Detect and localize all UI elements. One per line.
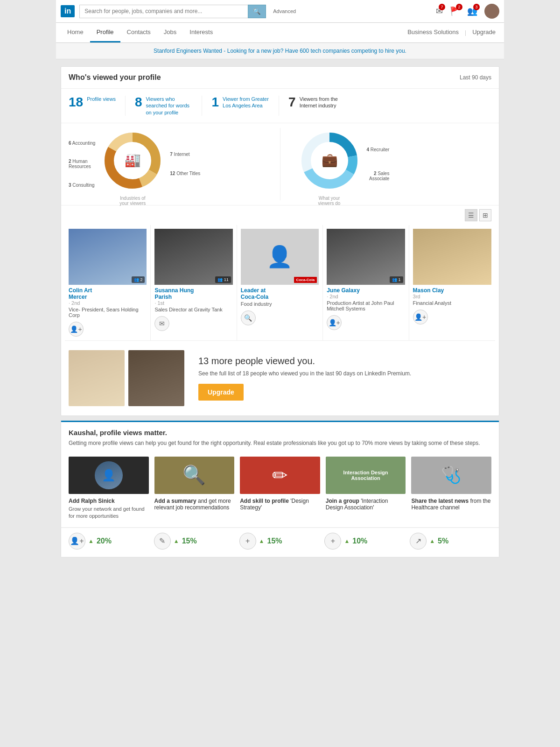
- leader-photo-bg: 👤: [241, 229, 319, 285]
- coca-cola-badge: Coca-Cola: [294, 277, 317, 283]
- stat-number-location: 1: [211, 96, 219, 109]
- footer-item-ralph: 👤+ ▲ 20%: [69, 533, 150, 550]
- jobs-chart: 💼 What yourviewers do 4 Recruiter 2 Sale…: [297, 128, 492, 200]
- jobs-chart-label: What yourviewers do: [297, 196, 362, 206]
- action-join-group: Interaction Design Association Join a gr…: [326, 457, 406, 520]
- colin-name[interactable]: Colin ArtMercer: [69, 287, 147, 300]
- upgrade-button[interactable]: Upgrade: [198, 384, 244, 401]
- industry-donut-container: 🏭 Industries ofyour viewers: [100, 128, 165, 200]
- ralph-avatar: 👤: [95, 461, 123, 489]
- nav-home[interactable]: Home: [61, 23, 90, 42]
- chart-divider: [280, 128, 280, 200]
- action-add-summary: 🔍 Add a summary and get more relevant jo…: [154, 457, 235, 520]
- mason-action: 👤+: [413, 310, 491, 324]
- upgrade-text: 13 more people viewed you. See the full …: [189, 350, 491, 406]
- mason-add-button[interactable]: 👤+: [413, 310, 428, 324]
- nav-jobs[interactable]: Jobs: [157, 23, 183, 42]
- june-photo-bg: 👥 1: [327, 229, 405, 285]
- nav-business-solutions[interactable]: Business Solutions: [404, 23, 462, 42]
- ralph-card-img: 👤: [69, 457, 149, 494]
- label-other: 12 Other Titles: [170, 171, 200, 176]
- card-period: Last 90 days: [460, 74, 491, 81]
- list-view-button[interactable]: ☰: [465, 209, 477, 221]
- june-name[interactable]: June Galaxy: [327, 287, 405, 294]
- june-title: Production Artist at John Paul Mitchell …: [327, 300, 405, 311]
- footer-group-arrow: ▲: [344, 538, 350, 544]
- leader-title: Food industry: [241, 301, 319, 307]
- group-card-img: Interaction Design Association: [326, 457, 406, 494]
- stat-profile-views: 18 Profile views: [69, 96, 126, 116]
- card-title: Who's viewed your profile: [69, 73, 161, 82]
- search-input[interactable]: [79, 5, 248, 18]
- mason-name[interactable]: Mason Clay: [413, 287, 491, 294]
- label-internet: 7 Internet: [170, 152, 200, 157]
- advanced-link[interactable]: Advanced: [273, 8, 296, 14]
- messages-icon[interactable]: ✉ 7: [436, 6, 443, 16]
- nav-profile[interactable]: Profile: [90, 23, 120, 42]
- susanna-photo-bg: 👥 11: [154, 229, 232, 285]
- skill-card-title: Add skill to profile 'Design Strategy': [240, 498, 320, 511]
- label-recruiter: 4 Recruiter: [367, 147, 390, 152]
- summary-card-title: Add a summary and get more relevant job …: [154, 498, 235, 511]
- footer-news-button[interactable]: ↗: [410, 533, 427, 550]
- action-add-skill: ✏ Add skill to profile 'Design Strategy': [240, 457, 320, 520]
- viewer-grid: 👥 2 Colin ArtMercer · 2nd Vice- Presiden…: [61, 225, 499, 345]
- footer-summary-pct: 15%: [182, 537, 197, 545]
- nav-contacts[interactable]: Contacts: [120, 23, 157, 42]
- upgrade-desc: See the full list of 18 people who viewe…: [198, 370, 491, 377]
- susanna-connection-count: 👥 11: [215, 276, 231, 283]
- svg-text:💼: 💼: [321, 152, 337, 168]
- upgrade-section: 13 more people viewed you. See the full …: [61, 345, 499, 416]
- footer-item-summary: ✎ ▲ 15%: [154, 533, 236, 550]
- upgrade-title: 13 more people viewed you.: [198, 356, 491, 366]
- susanna-action: ✉: [154, 316, 232, 331]
- grid-view-button[interactable]: ⊞: [479, 209, 491, 221]
- stat-searched: 8 Viewers who searched for words on your…: [135, 96, 203, 116]
- susanna-title: Sales Director at Gravity Tank: [154, 307, 232, 312]
- june-add-button[interactable]: 👤+: [327, 315, 342, 330]
- linkedin-logo: in: [61, 5, 75, 17]
- profile-views-card: Who's viewed your profile Last 90 days 1…: [61, 66, 499, 416]
- group-card-title: Join a group 'Interaction Design Associa…: [326, 498, 406, 511]
- promo-banner[interactable]: Stanford Engineers Wanted - Looking for …: [56, 43, 504, 59]
- stat-label-searched: Viewers who searched for words on your p…: [146, 96, 192, 116]
- stat-number-views: 18: [69, 96, 83, 109]
- leader-name[interactable]: Leader atCoca-Cola: [241, 287, 319, 300]
- footer-group-button[interactable]: +: [324, 533, 341, 550]
- footer-item-news: ↗ ▲ 5%: [410, 533, 491, 550]
- june-degree: · 2nd: [327, 294, 405, 299]
- industry-chart-label: Industries ofyour viewers: [100, 196, 165, 206]
- stat-number-searched: 8: [135, 96, 142, 109]
- connections-icon[interactable]: 👥 3: [467, 6, 477, 16]
- footer-item-group: + ▲ 10%: [324, 533, 406, 550]
- footer-summary-arrow: ▲: [174, 538, 179, 544]
- user-avatar[interactable]: [484, 4, 499, 19]
- upgrade-photo-1: [69, 350, 125, 406]
- profile-tips-card: Kaushal, profile views matter. Getting m…: [61, 421, 499, 557]
- colin-add-button[interactable]: 👤+: [69, 322, 84, 337]
- ralph-card-title: Add Ralph Sinick: [69, 498, 149, 504]
- footer-skill-button[interactable]: +: [239, 533, 256, 550]
- topbar: in 🔍 Advanced ✉ 7 🚩 2 👥 3: [56, 0, 504, 23]
- colin-title: Vice- President, Sears Holding Corp: [69, 307, 147, 318]
- summary-icon: 🔍: [182, 464, 206, 486]
- mason-title: Financial Analyst: [413, 300, 491, 306]
- stat-industry: 7 Viewers from the Internet industry: [288, 96, 356, 116]
- nav-right: Business Solutions | Upgrade: [404, 23, 499, 42]
- stats-row: 18 Profile views 8 Viewers who searched …: [61, 89, 499, 123]
- jobs-right-labels: 4 Recruiter 2 SalesAssociate: [367, 147, 390, 181]
- footer-group-pct: 10%: [352, 537, 367, 545]
- nav-upgrade[interactable]: Upgrade: [469, 23, 499, 42]
- bottom-header: Kaushal, profile views matter. Getting m…: [61, 422, 499, 450]
- susanna-message-button[interactable]: ✉: [154, 316, 169, 331]
- footer-summary-button[interactable]: ✎: [154, 533, 171, 550]
- footer-ralph-button[interactable]: 👤+: [69, 533, 85, 550]
- nav-interests[interactable]: Interests: [183, 23, 219, 42]
- viewer-photo-colin: 👥 2: [69, 229, 147, 285]
- upgrade-photos: [69, 350, 184, 406]
- skill-icon: ✏: [272, 465, 288, 486]
- susanna-name[interactable]: Susanna HungParish: [154, 287, 232, 300]
- search-button[interactable]: 🔍: [248, 5, 266, 18]
- flags-icon[interactable]: 🚩 2: [450, 6, 460, 16]
- leader-search-button[interactable]: 🔍: [241, 310, 256, 325]
